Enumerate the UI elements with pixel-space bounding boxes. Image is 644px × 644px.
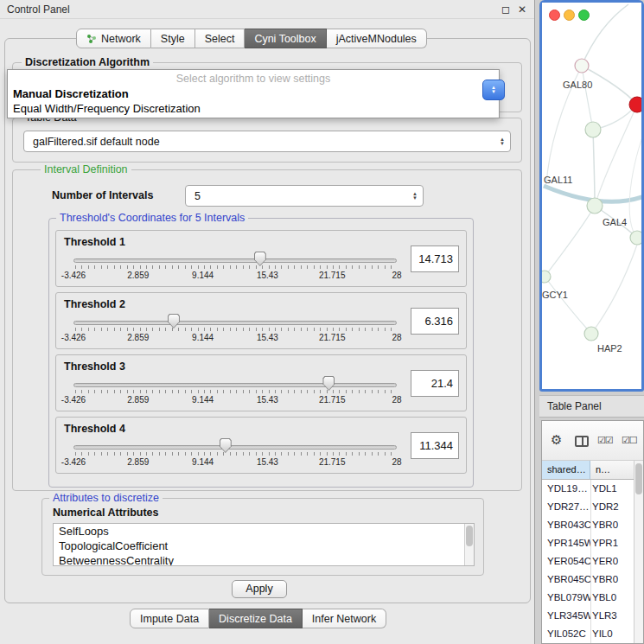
table-data-combo[interactable]: galFiltered.sif default node ▲ ▼	[23, 131, 511, 152]
tab-infer-network[interactable]: Infer Network	[303, 609, 386, 628]
table-cell[interactable]: YBL0	[592, 589, 635, 607]
table-cell[interactable]: YER0	[592, 552, 635, 571]
scale-label: 28	[392, 395, 401, 405]
network-node[interactable]	[575, 59, 589, 73]
arrow-down-icon: ▼	[412, 196, 418, 201]
table-cell[interactable]: YLR3	[592, 607, 635, 625]
num-intervals-combo[interactable]: 5 ▲ ▼	[185, 185, 424, 207]
network-node-selected-red[interactable]	[629, 97, 641, 112]
scrollbar-thumb[interactable]	[635, 463, 642, 494]
arrow-down-icon: ▼	[491, 90, 496, 94]
scale-label: 21.715	[319, 395, 346, 405]
tab-label: Select	[205, 33, 235, 45]
scale-label: 2.859	[127, 395, 149, 405]
table-cell[interactable]: YDR2	[592, 498, 635, 516]
attributes-group-title: Attributes to discretize	[49, 492, 163, 504]
list-item[interactable]: BetweennessCentrality	[54, 553, 474, 566]
slider-thumb[interactable]	[254, 252, 266, 266]
apply-button[interactable]: Apply	[232, 580, 287, 598]
table-cell[interactable]: YIL052C	[542, 625, 590, 643]
tab-discretize-data[interactable]: Discretize Data	[209, 609, 303, 628]
scale-label: 15.43	[257, 271, 278, 280]
slider-thumb[interactable]	[168, 314, 180, 328]
numerical-attributes-label: Numerical Attributes	[53, 507, 158, 519]
column-header-shared-name[interactable]: shared…	[542, 461, 590, 480]
control-panel-titlebar: Control Panel ◻ ✕	[0, 0, 534, 19]
scale-label: 9.144	[192, 395, 214, 405]
table-cell[interactable]: YPR1	[592, 534, 635, 552]
columns-icon[interactable]	[575, 436, 589, 447]
table-cell[interactable]: YDL1	[592, 480, 635, 498]
slider-thumb[interactable]	[220, 438, 232, 453]
scale-label: 28	[392, 457, 401, 467]
select-all-icon[interactable]: ☑☑	[597, 433, 613, 447]
float-window-icon[interactable]: ◻	[501, 3, 510, 16]
table-cell[interactable]: YDL19…	[542, 480, 590, 498]
table-cell[interactable]: YER054C	[542, 552, 590, 571]
network-node[interactable]	[542, 271, 551, 283]
slider-thumb[interactable]	[322, 376, 335, 391]
threshold-slider: -3.426 2.859 9.144 15.43 21.715 28	[73, 376, 397, 407]
threshold-4-panel: Threshold 4 11.344 -3.426 2.859 9.144 15…	[55, 417, 467, 474]
threshold-slider: -3.426 2.859 9.144 15.43 21.715 28	[73, 314, 397, 345]
dropdown-option-manual-discretization[interactable]: Manual Discretization	[13, 87, 129, 100]
scale-label: 2.859	[127, 271, 149, 280]
network-node[interactable]	[585, 122, 601, 137]
tab-jactivemnodules[interactable]: jActiveMNodules	[327, 29, 427, 48]
node-label: HAP2	[597, 343, 622, 354]
scale-label: 15.43	[257, 333, 278, 342]
slider-track[interactable]	[73, 383, 397, 387]
dropdown-option-equal-width[interactable]: Equal Width/Frequency Discretization	[13, 102, 201, 115]
table-cell[interactable]: YBR043C	[542, 516, 590, 534]
tab-style[interactable]: Style	[151, 29, 195, 48]
scrollbar-thumb[interactable]	[466, 526, 473, 546]
slider-ticks	[75, 328, 395, 331]
network-graph: GAL80 GAL11 GAL4 GCY1 HAP2	[542, 3, 641, 389]
threshold-3-panel: Threshold 3 21.4 -3.426 2.859 9.144 15.4…	[55, 354, 467, 411]
gear-icon[interactable]: ⚙	[551, 433, 562, 447]
algorithm-dropdown-popup: Select algorithm to view settings Manual…	[7, 69, 500, 118]
clear-selection-icon[interactable]: ☑☐	[622, 433, 637, 447]
threshold-value-field[interactable]: 6.316	[411, 308, 459, 335]
threshold-label: Threshold 3	[64, 360, 125, 373]
table-panel-window: ⚙ ☑☑ ☑☐ shared… n… YDL19… YDL1 YDR27… YD…	[541, 420, 644, 644]
network-node[interactable]	[587, 198, 603, 214]
list-item[interactable]: TopologicalCoefficient	[54, 539, 474, 553]
network-node[interactable]	[630, 231, 641, 245]
slider-track[interactable]	[73, 321, 397, 325]
tab-select[interactable]: Select	[195, 29, 245, 48]
threshold-value-field[interactable]: 21.4	[411, 370, 459, 397]
tab-impute-data[interactable]: Impute Data	[130, 609, 209, 628]
slider-track[interactable]	[73, 445, 397, 450]
table-cell[interactable]: YLR345W	[542, 607, 590, 625]
threshold-value-field[interactable]: 14.713	[411, 245, 459, 272]
combo-arrows-icon: ▲ ▼	[500, 137, 505, 146]
scale-label: 9.144	[192, 333, 214, 342]
slider-ticks	[75, 452, 395, 456]
table-scrollbar[interactable]	[634, 461, 643, 643]
screen-root: Control Panel ◻ ✕ Network Style Select C…	[0, 0, 644, 644]
scale-label: -3.426	[61, 271, 86, 280]
network-node[interactable]	[584, 327, 598, 341]
table-cell[interactable]: YBR0	[592, 571, 635, 589]
table-cell[interactable]: YBL079W	[542, 589, 590, 607]
algorithm-combo-button[interactable]: ▲ ▼	[482, 80, 505, 100]
close-window-icon[interactable]: ✕	[518, 3, 526, 16]
table-cell[interactable]: YPR145W	[542, 534, 590, 552]
attributes-group: Attributes to discretize Numerical Attri…	[41, 498, 484, 576]
table-cell[interactable]: YBR045C	[542, 571, 590, 589]
list-item[interactable]: SelfLoops	[54, 524, 474, 539]
thresholds-group-title: Threshold's Coordinates for 5 Intervals	[56, 212, 248, 224]
algorithm-group-title: Discretization Algorithm	[22, 56, 153, 68]
list-scrollbar[interactable]	[464, 524, 474, 565]
table-cell[interactable]: YDR27…	[542, 498, 590, 516]
table-toolbar: ⚙ ☑☑ ☑☐	[542, 421, 643, 461]
network-canvas[interactable]: GAL80 GAL11 GAL4 GCY1 HAP2	[542, 3, 641, 389]
table-cell[interactable]: YIL0	[592, 625, 635, 643]
tab-cyni-toolbox[interactable]: Cyni Toolbox	[245, 29, 326, 48]
slider-track[interactable]	[73, 258, 397, 263]
table-cell[interactable]: YBR0	[592, 516, 635, 534]
scale-label: -3.426	[61, 395, 86, 405]
tab-network[interactable]: Network	[76, 29, 151, 48]
threshold-value-field[interactable]: 11.344	[411, 432, 459, 459]
